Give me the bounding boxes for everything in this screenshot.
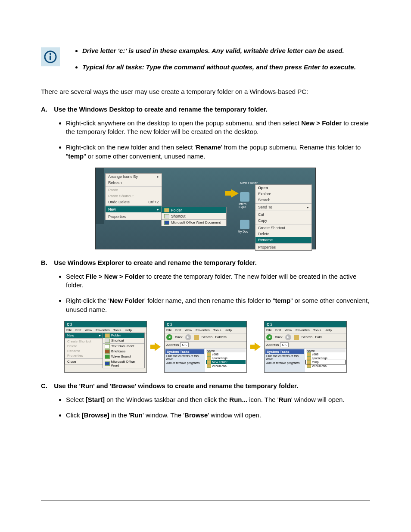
submenu-item-shortcut[interactable]: Shortcut [162,213,226,219]
submenu-item-folder[interactable]: Folder [162,207,226,213]
section-letter: C. [41,382,52,389]
menu-help[interactable]: Help [125,328,131,332]
menu-view[interactable]: View [85,328,92,332]
menu-favorites[interactable]: Favorites [296,328,310,332]
submenu-item-text[interactable]: Text Document [103,344,144,349]
note-text: Typical for all tasks: Type the command [82,63,206,71]
svg-point-1 [50,53,51,55]
wave-icon [105,355,110,359]
submenu-item-folder[interactable]: Folder [103,333,144,338]
folders-button[interactable]: Folders [215,335,227,339]
menu-help[interactable]: Help [324,328,331,332]
menu-item-paste-shortcut: Paste Shortcut [106,193,162,199]
address-field[interactable]: C:\ [280,342,289,347]
menu-item-refresh[interactable]: Refresh [106,180,162,186]
menu-item-delete[interactable]: Delete [255,231,311,237]
search-button[interactable]: Search [202,335,212,339]
submenu-item-word[interactable]: Microsoft Office Word [103,359,144,368]
menu-view[interactable]: View [185,328,192,332]
file-item[interactable]: spoolerlogs [306,356,346,360]
menu-item-create-shortcut[interactable]: Create Shortcut [255,225,311,231]
menu-item-sendto[interactable]: Send To▸ [255,204,311,210]
column-header[interactable]: Name [306,349,346,352]
submenu-item-wave[interactable]: Wave Sound [103,354,144,359]
up-button[interactable] [194,335,199,340]
folder-icon [207,360,211,364]
menu-item-cut[interactable]: Cut [255,212,311,218]
document-page: Drive letter 'c:' is used in these examp… [0,0,411,532]
column-header[interactable]: Name [206,349,246,352]
menu-view[interactable]: View [285,328,292,332]
menu-help[interactable]: Help [224,328,231,332]
menu-item-copy[interactable]: Copy [255,218,311,224]
menu-favorites[interactable]: Favorites [96,328,110,332]
tasks-header: System Tasks [165,349,204,354]
shortcut-icon [105,339,110,343]
folders-button[interactable]: Fold [315,335,322,339]
context-menu-desktop: Arrange Icons By▸ Refresh Paste Paste Sh… [105,173,162,220]
file-item-selected[interactable]: New Folder [206,360,246,364]
folder-icon [207,356,211,360]
back-button[interactable]: ◄ [266,334,272,340]
word-icon [105,361,110,366]
menu-item-search[interactable]: Search... [255,197,311,203]
window-title: C:\ [265,321,346,327]
section-b-list: Select File > New > Folder to create the… [66,272,370,314]
search-button[interactable]: Search [302,335,312,339]
menu-item-properties[interactable]: Properties [255,244,311,250]
menu-item-rename[interactable]: Rename [255,237,311,243]
menu-item-new[interactable]: New▸ [106,206,162,212]
menu-favorites[interactable]: Favorites [196,328,210,332]
forward-button: ► [185,334,191,340]
figure-explorer-windows: C:\ File Edit View Favorites Tools Help … [41,321,370,373]
menu-edit[interactable]: Edit [275,328,281,332]
menu-item-explore[interactable]: Explore [255,191,311,197]
menu-item-properties[interactable]: Properties [106,214,162,220]
menu-file[interactable]: File [166,328,172,332]
note-text: , and then press Enter to execute. [252,63,356,71]
file-item[interactable]: WINDOWS [206,364,246,368]
menu-item-arrange[interactable]: Arrange Icons By▸ [106,174,162,180]
new-submenu: Folder Shortcut Text Document Briefcase … [103,333,145,368]
address-field[interactable]: C:\ [180,342,189,347]
arrow-icon [225,191,231,196]
section-letter: A. [41,106,52,113]
submenu-item-word[interactable]: Microsoft Office Word Document [162,220,226,226]
note-list: Drive letter 'c:' is used in these examp… [82,47,370,72]
section-letter: B. [41,259,52,266]
arrow-icon [250,342,261,351]
desktop-icon [240,192,249,202]
menu-tools[interactable]: Tools [213,328,221,332]
menu-item-rename: Rename [65,348,103,353]
menu-file[interactable]: File [66,328,72,332]
note-item: Typical for all tasks: Type the command … [82,63,370,72]
tasks-panel: System Tasks Hide the contents of this d… [265,348,305,373]
menu-item-undo[interactable]: Undo DeleteCtrl+Z [106,199,162,205]
up-button[interactable] [294,335,299,340]
task-link[interactable]: Add or remove programs [265,361,304,365]
menu-tools[interactable]: Tools [113,328,121,332]
task-link[interactable]: Hide the contents of this drive [265,354,304,361]
section-c-list: Select [Start] on the Windows taskbar an… [66,395,370,420]
menu-item-create-shortcut: Create Shortcut [65,339,103,344]
file-item[interactable]: temp [306,360,346,364]
task-link[interactable]: Add or remove programs [165,361,204,365]
back-button[interactable]: ◄ [166,334,172,340]
menu-item-new[interactable]: New▸ [65,333,103,338]
task-link[interactable]: Hide the contents of this drive [165,354,204,361]
menu-edit[interactable]: Edit [75,328,81,332]
menu-item-open[interactable]: Open [255,185,311,191]
menu-edit[interactable]: Edit [175,328,181,332]
submenu-item-briefcase[interactable]: Briefcase [103,349,144,354]
menu-file[interactable]: File [266,328,272,332]
file-item[interactable]: s668 [206,352,246,356]
menu-item-close[interactable]: Close [65,359,103,364]
file-item[interactable]: s668 [306,352,346,356]
file-item[interactable]: spoolerlogs [206,356,246,360]
menu-tools[interactable]: Tools [313,328,321,332]
section-title: Use the Windows Desktop to create and re… [54,106,268,113]
submenu-item-shortcut[interactable]: Shortcut [103,338,144,343]
section-c-heading: C. Use the 'Run' and 'Browse' windows to… [41,382,370,389]
file-item[interactable]: WINDOWS [306,364,346,368]
folder-icon [307,360,311,364]
